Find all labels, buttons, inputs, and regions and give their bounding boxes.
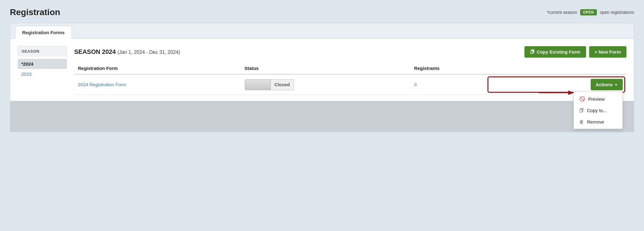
season-heading: SEASON 2024 (Jan 1, 2024 - Dec 31, 2024) [74,48,180,55]
copy-existing-label: Copy Existing Form [537,49,581,55]
col-actions [508,63,626,74]
current-season-label: *current season [547,10,577,15]
new-form-label: + New Form [595,49,621,55]
trash-icon: 🗑 [579,119,584,124]
registrants-cell: 0 [410,74,509,95]
dropdown-item-preview[interactable]: 🚫 Preview [574,93,622,105]
col-registrants: Registrants [410,63,509,74]
season-heading-range: (Jan 1, 2024 - Dec 31, 2024) [117,50,180,55]
copy-icon: 🗍 [530,49,535,55]
main-content: SEASON 2024 (Jan 1, 2024 - Dec 31, 2024)… [74,46,626,95]
open-badge: OPEN [580,9,597,15]
status-cell: Closed [241,74,410,95]
caret-icon: ▼ [614,83,618,87]
dropdown-item-copy[interactable]: 🗍 Copy to... [574,105,622,116]
form-name-cell: 2024 Registration Form [74,74,241,95]
season-header-row: SEASON 2024 (Jan 1, 2024 - Dec 31, 2024)… [74,46,626,58]
new-form-button[interactable]: + New Form [589,46,626,58]
actions-button[interactable]: Actions ▼ [591,79,623,90]
registrants-link[interactable]: 0 [414,82,417,87]
status-toggle-off [245,79,271,90]
status-label: Closed [271,79,294,90]
open-registrations-label: open registrations [600,10,634,15]
eye-slash-icon: 🚫 [579,96,585,102]
col-form: Registration Form [74,63,241,74]
season-heading-bold: SEASON 2024 [74,48,116,55]
col-status: Status [241,63,410,74]
page-title: Registration [10,7,60,17]
season-item-2024[interactable]: *2024 [18,59,67,69]
copy-existing-form-button[interactable]: 🗍 Copy Existing Form [524,46,586,58]
season-item-2023[interactable]: 2023 [18,69,67,79]
bottom-gray-area [10,101,634,132]
table-wrapper: Registration Form Status Registrants 202… [74,63,626,95]
forms-table: Registration Form Status Registrants 202… [74,63,626,95]
table-row: 2024 Registration Form Closed 0 [74,74,626,95]
content-area: SEASON *2024 2023 SEASON 2024 (Jan 1, 20… [10,39,634,95]
action-buttons: 🗍 Copy Existing Form + New Form [524,46,626,58]
status-toggle[interactable]: Closed [245,79,294,90]
season-sidebar: SEASON *2024 2023 [18,46,67,95]
actions-highlight: Actions ▼ 🚫 Preview [512,79,623,90]
tab-bar: Registration Forms [10,23,634,39]
header-legend: *current season OPEN open registrations [547,9,634,15]
actions-cell: Actions ▼ 🚫 Preview [508,74,626,95]
actions-label: Actions [596,82,613,87]
season-sidebar-label: SEASON [18,46,67,56]
tab-registration-forms[interactable]: Registration Forms [15,26,72,39]
dropdown-item-remove[interactable]: 🗑 Remove [574,116,622,128]
actions-dropdown: 🚫 Preview 🗍 Copy to... [573,91,623,129]
form-link[interactable]: 2024 Registration Form [78,82,126,87]
main-card: Registration Forms SEASON *2024 2023 SEA… [10,23,634,132]
dropdown-remove-label: Remove [587,119,604,124]
page-header: Registration *current season OPEN open r… [10,7,634,17]
copy-icon: 🗍 [579,108,584,113]
dropdown-copy-label: Copy to... [587,108,607,113]
table-header: Registration Form Status Registrants [74,63,626,74]
arrow-annotation [539,88,576,97]
dropdown-preview-label: Preview [588,96,605,102]
